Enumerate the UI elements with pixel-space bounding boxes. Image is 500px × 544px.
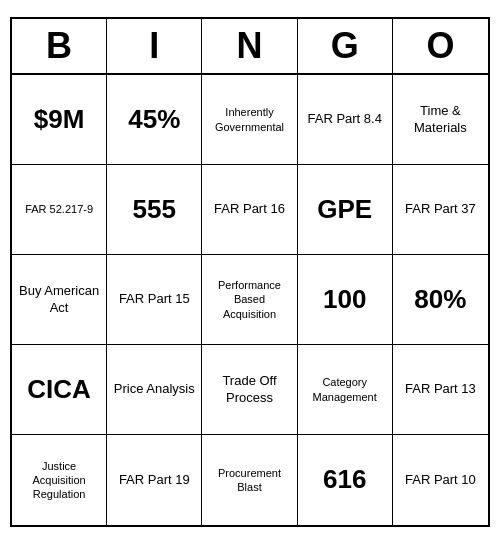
header-letter: N xyxy=(202,19,297,73)
bingo-cell: FAR 52.217-9 xyxy=(12,165,107,255)
bingo-cell: FAR Part 37 xyxy=(393,165,488,255)
bingo-cell: 80% xyxy=(393,255,488,345)
cell-text: 100 xyxy=(323,283,366,317)
cell-text: Justice Acquisition Regulation xyxy=(16,459,102,502)
cell-text: 45% xyxy=(128,103,180,137)
header-letter: I xyxy=(107,19,202,73)
bingo-cell: FAR Part 10 xyxy=(393,435,488,525)
bingo-cell: GPE xyxy=(298,165,393,255)
cell-text: Price Analysis xyxy=(114,381,195,398)
bingo-cell: Category Management xyxy=(298,345,393,435)
bingo-cell: Buy American Act xyxy=(12,255,107,345)
cell-text: Category Management xyxy=(302,375,388,404)
bingo-cell: FAR Part 8.4 xyxy=(298,75,393,165)
cell-text: FAR 52.217-9 xyxy=(25,202,93,216)
cell-text: FAR Part 13 xyxy=(405,381,476,398)
bingo-card: BINGO $9M45%Inherently GovernmentalFAR P… xyxy=(10,17,490,527)
cell-text: CICA xyxy=(27,373,91,407)
bingo-cell: $9M xyxy=(12,75,107,165)
bingo-cell: FAR Part 15 xyxy=(107,255,202,345)
bingo-cell: FAR Part 16 xyxy=(202,165,297,255)
cell-text: Trade Off Process xyxy=(206,373,292,407)
bingo-header: BINGO xyxy=(12,19,488,75)
cell-text: 616 xyxy=(323,463,366,497)
bingo-cell: Inherently Governmental xyxy=(202,75,297,165)
bingo-cell: CICA xyxy=(12,345,107,435)
bingo-cell: Time & Materials xyxy=(393,75,488,165)
bingo-cell: 616 xyxy=(298,435,393,525)
cell-text: 80% xyxy=(414,283,466,317)
cell-text: Performance Based Acquisition xyxy=(206,278,292,321)
bingo-cell: Procurement Blast xyxy=(202,435,297,525)
cell-text: Buy American Act xyxy=(16,283,102,317)
bingo-cell: 100 xyxy=(298,255,393,345)
cell-text: Inherently Governmental xyxy=(206,105,292,134)
bingo-cell: 555 xyxy=(107,165,202,255)
bingo-cell: FAR Part 19 xyxy=(107,435,202,525)
cell-text: 555 xyxy=(133,193,176,227)
bingo-cell: 45% xyxy=(107,75,202,165)
bingo-cell: FAR Part 13 xyxy=(393,345,488,435)
cell-text: FAR Part 16 xyxy=(214,201,285,218)
bingo-cell: Justice Acquisition Regulation xyxy=(12,435,107,525)
cell-text: Procurement Blast xyxy=(206,466,292,495)
cell-text: FAR Part 15 xyxy=(119,291,190,308)
cell-text: FAR Part 8.4 xyxy=(307,111,381,128)
cell-text: $9M xyxy=(34,103,85,137)
cell-text: GPE xyxy=(317,193,372,227)
bingo-cell: Performance Based Acquisition xyxy=(202,255,297,345)
header-letter: G xyxy=(298,19,393,73)
bingo-grid: $9M45%Inherently GovernmentalFAR Part 8.… xyxy=(12,75,488,525)
cell-text: FAR Part 37 xyxy=(405,201,476,218)
cell-text: FAR Part 19 xyxy=(119,472,190,489)
cell-text: Time & Materials xyxy=(397,103,484,137)
header-letter: O xyxy=(393,19,488,73)
bingo-cell: Price Analysis xyxy=(107,345,202,435)
cell-text: FAR Part 10 xyxy=(405,472,476,489)
bingo-cell: Trade Off Process xyxy=(202,345,297,435)
header-letter: B xyxy=(12,19,107,73)
